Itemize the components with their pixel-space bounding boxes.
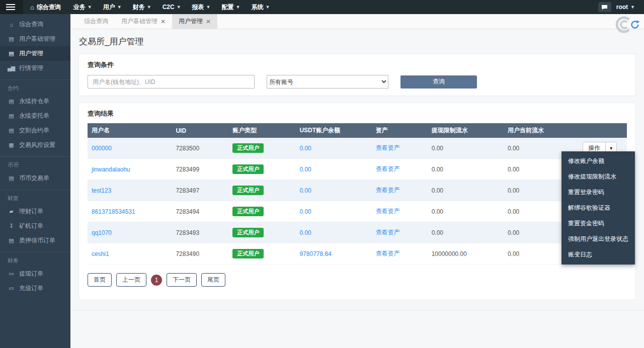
hamburger-menu-icon[interactable] [0, 0, 23, 14]
results-panel: 查询结果 用户名 UID 账户类型 USDT账户余额 资产 提现限制流水 用户当… [78, 103, 636, 300]
sidebar-item-miner-orders[interactable]: ↧矿机订单 [0, 219, 70, 233]
view-assets-link[interactable]: 查看资产 [376, 187, 400, 194]
usdt-balance-link[interactable]: 0.00 [299, 166, 311, 173]
view-assets-link[interactable]: 查看资产 [376, 229, 400, 236]
sidebar-item-market[interactable]: ▄▆行情管理 [0, 61, 70, 75]
menu-item-reset-fund-password[interactable]: 重置资金密码 [561, 216, 635, 231]
pagination-first-button[interactable]: 首页 [88, 273, 112, 287]
account-type-select[interactable]: 所有账号 [267, 75, 388, 89]
usdt-balance-link[interactable]: 0.00 [299, 145, 311, 152]
username-link[interactable]: 000000 [92, 145, 112, 152]
table-row: ceshi1 7283490 正式用户 9780778.64 查看资产 1000… [88, 243, 627, 265]
menu-business[interactable]: 业务▼ [68, 0, 98, 14]
menu-item-unbind-google-auth[interactable]: 解绑谷歌验证器 [561, 200, 635, 216]
uid-cell: 7283500 [172, 138, 228, 159]
usdt-balance-link[interactable]: 0.00 [299, 187, 311, 194]
view-assets-link[interactable]: 查看资产 [376, 144, 400, 151]
sidebar-item-pledge-orders[interactable]: ▤质押借币订单 [0, 233, 70, 248]
chevron-down-icon: ▼ [235, 5, 240, 10]
withdraw-limit-cell: 0.00 [428, 222, 504, 243]
pagination: 首页 上一页 1 下一页 尾页 [88, 273, 627, 287]
view-assets-link[interactable]: 查看资产 [376, 250, 400, 257]
username-link[interactable]: qq1070 [92, 229, 112, 236]
username-link[interactable]: ceshi1 [92, 250, 109, 257]
pagination-prev-button[interactable]: 上一页 [116, 273, 146, 287]
usdt-balance-link[interactable]: 0.00 [299, 208, 311, 215]
sidebar-item-risk-settings[interactable]: ▦交易风控设置 [0, 138, 70, 152]
home-icon: ⌂ [30, 4, 34, 11]
menu-config[interactable]: 配置▼ [216, 0, 246, 14]
sidebar-item-deposit-orders[interactable]: ▭充值订单 [0, 281, 70, 296]
pagination-next-button[interactable]: 下一页 [167, 273, 197, 287]
sidebar-item-perp-orders[interactable]: ▤永续委托单 [0, 109, 70, 123]
menu-item-reset-login-password[interactable]: 重置登录密码 [561, 185, 635, 200]
menu-item-account-log[interactable]: 账变日志 [561, 247, 635, 263]
table-row: test123 7283497 正式用户 0.00 查看资产 0.00 0.00… [88, 180, 627, 201]
usdt-balance-link[interactable]: 9780778.64 [299, 250, 331, 257]
close-icon[interactable]: ✕ [206, 18, 211, 25]
user-menu[interactable]: root ▼ [616, 4, 644, 11]
footer-divider [70, 310, 644, 310]
withdraw-limit-cell: 0.00 [428, 138, 504, 159]
col-account-type: 账户类型 [228, 123, 295, 138]
view-assets-link[interactable]: 查看资产 [376, 165, 400, 172]
results-panel-title: 查询结果 [88, 109, 627, 118]
action-dropdown-menu: 修改账户余额 修改提现限制流水 重置登录密码 解绑谷歌验证器 重置资金密码 强制… [561, 151, 635, 265]
tab-user-base[interactable]: 用户基础管理✕ [115, 14, 172, 29]
account-type-badge: 正式用户 [232, 143, 264, 153]
sidebar-item-withdraw-orders[interactable]: ▭提现订单 [0, 267, 70, 281]
chevron-down-icon: ▼ [88, 5, 92, 10]
results-table: 用户名 UID 账户类型 USDT账户余额 资产 提现限制流水 用户当前流水 0… [88, 123, 627, 265]
card-icon: ▭ [8, 285, 15, 292]
grid-icon: ▦ [8, 142, 15, 148]
menu-item-edit-withdraw-limit[interactable]: 修改提现限制流水 [561, 169, 635, 185]
refresh-icon[interactable] [630, 20, 640, 30]
sidebar-item-wealth-orders[interactable]: ▰理财订单 [0, 204, 70, 219]
menu-c2c[interactable]: C2C▼ [157, 0, 187, 14]
page-title: 交易所_用户管理 [79, 36, 644, 47]
withdraw-limit-cell: 0.00 [428, 201, 504, 222]
search-button[interactable]: 查询 [400, 75, 477, 89]
sidebar-item-perp-positions[interactable]: ▤永续持仓单 [0, 94, 70, 109]
menu-item-edit-balance[interactable]: 修改账户余额 [561, 153, 635, 169]
tab-user-manage[interactable]: 用户管理✕ [172, 14, 217, 29]
sidebar-item-user-base[interactable]: ▤用户基础管理 [0, 32, 70, 46]
menu-finance[interactable]: 财务▼ [127, 0, 157, 14]
menu-reports[interactable]: 报表▼ [187, 0, 216, 14]
document-icon: ▤ [8, 50, 15, 57]
view-assets-link[interactable]: 查看资产 [376, 208, 400, 215]
sidebar-section-finance: 财务 [0, 252, 70, 267]
sidebar-item-delivery-contracts[interactable]: ▤交割合约单 [0, 123, 70, 138]
chat-icon[interactable] [598, 2, 611, 12]
chevron-down-icon: ▼ [630, 5, 635, 10]
sidebar-item-spot-orders[interactable]: ▤币币交易单 [0, 171, 70, 186]
username-label: root [616, 4, 628, 11]
sidebar: ⌂综合查询 ▤用户基础管理 ▤用户管理 ▄▆行情管理 合约 ▤永续持仓单 ▤永续… [0, 14, 70, 348]
pagination-last-button[interactable]: 尾页 [201, 273, 225, 287]
menu-item-force-logout[interactable]: 强制用户退出登录状态 [561, 231, 635, 247]
tab-overview[interactable]: 综合查询 [77, 14, 115, 29]
username-link[interactable]: jinwandalaohu [92, 166, 130, 173]
search-input[interactable] [88, 75, 255, 89]
username-link[interactable]: 8613718534531 [92, 208, 135, 215]
account-type-badge: 正式用户 [232, 228, 264, 237]
col-withdraw-limit: 提现限制流水 [428, 123, 504, 138]
query-panel: 查询条件 所有账号 查询 [78, 54, 636, 96]
menu-system[interactable]: 系统▼ [246, 0, 275, 14]
table-row: 8613718534531 7283494 正式用户 0.00 查看资产 0.0… [88, 201, 627, 222]
close-icon[interactable]: ✕ [160, 18, 166, 25]
sidebar-item-overview[interactable]: ⌂综合查询 [0, 17, 70, 32]
usdt-balance-link[interactable]: 0.00 [299, 229, 311, 236]
account-type-badge: 正式用户 [232, 249, 264, 258]
chevron-down-icon: ▼ [147, 5, 151, 10]
tab-bar: 综合查询 用户基础管理✕ 用户管理✕ [70, 14, 644, 29]
username-link[interactable]: test123 [92, 187, 111, 194]
sidebar-item-user-manage[interactable]: ▤用户管理 [0, 46, 70, 61]
topbar-brand[interactable]: ⌂ 综合查询 [23, 3, 68, 12]
uid-cell: 7283497 [172, 180, 228, 201]
withdraw-limit-cell: 0.00 [428, 159, 504, 180]
document-icon: ▤ [8, 113, 15, 119]
chevron-down-icon: ▼ [117, 5, 122, 10]
menu-users[interactable]: 用户▼ [98, 0, 127, 14]
account-type-badge: 正式用户 [232, 164, 264, 174]
